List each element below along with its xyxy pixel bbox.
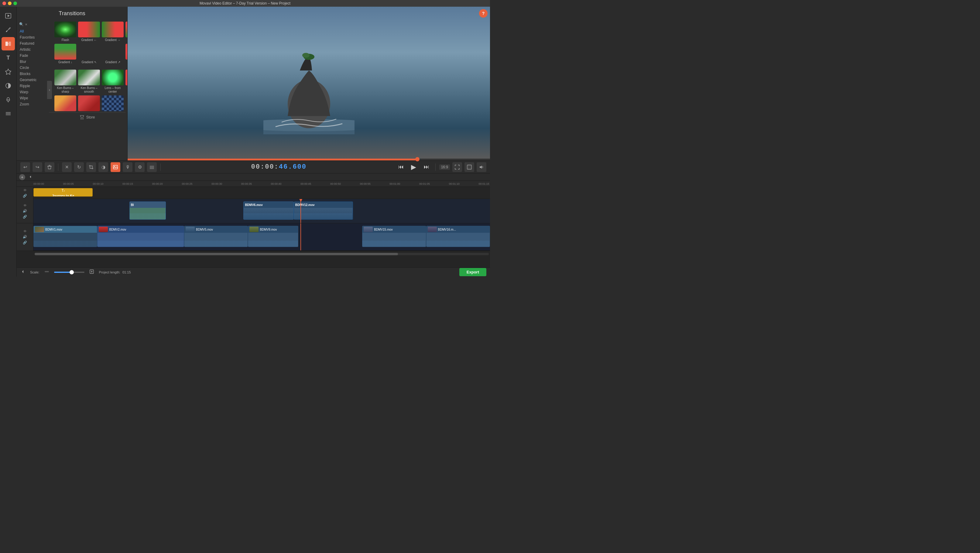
transition-gradient-right[interactable]: Gradient → (102, 22, 124, 42)
transition-gradient-tl[interactable]: Gradient ↖ (78, 44, 100, 68)
timeline-scrollbar-thumb[interactable] (35, 253, 398, 255)
scale-slider[interactable] (54, 272, 84, 273)
ruler-mark-30: 00:00:30 (212, 182, 222, 185)
skip-back-button[interactable]: ⏮ (396, 162, 406, 172)
status-arrow-left[interactable] (21, 269, 25, 275)
clip-bdmv1[interactable]: BDMV1.mov (33, 226, 97, 247)
category-zoom[interactable]: Zoom (17, 101, 47, 107)
export-button[interactable]: Export (459, 268, 486, 276)
clip-journey[interactable]: Tᵣ Journey to Ke (33, 188, 93, 197)
tool-text[interactable]: T (2, 51, 15, 64)
category-blocks[interactable]: Blocks (17, 71, 47, 77)
tool-media[interactable] (2, 9, 15, 22)
store-button[interactable]: Store (49, 112, 126, 122)
maximize-button[interactable] (13, 2, 17, 5)
preview-progress-thumb[interactable] (415, 157, 420, 161)
category-artistic[interactable]: Artistic (17, 46, 47, 53)
clip-bdmv9[interactable]: BDMV9.mov (248, 226, 298, 247)
transition-flash[interactable]: Flash (54, 22, 76, 42)
transition-kb-sharp[interactable]: Ken Burns – sharp (54, 70, 76, 94)
transition-gradient-arrow[interactable]: Gradient ↗ (102, 44, 124, 68)
transition-lens-center[interactable]: Lens – from center (102, 70, 124, 94)
help-button[interactable]: ? (479, 9, 488, 18)
close-button[interactable] (2, 2, 6, 5)
status-bar: Scale: Project length: 01:15 Export (17, 268, 490, 276)
svg-marker-28 (30, 175, 31, 178)
category-warp[interactable]: Warp (17, 89, 47, 95)
overlay-track-lock[interactable]: 🔗 (22, 215, 27, 219)
audio-levels-button[interactable] (147, 162, 157, 172)
image-button[interactable] (111, 162, 120, 172)
category-circle[interactable]: Circle (17, 65, 47, 71)
timeline-scrollbar[interactable] (35, 253, 489, 255)
title-track-content: Tᵣ Journey to Ke (33, 187, 490, 199)
main-track-volume[interactable]: 🔊 (22, 234, 27, 239)
preview-progress-fill (127, 159, 417, 161)
undo-button[interactable]: ↩ (21, 162, 30, 172)
clip-overlay-1[interactable]: Bl (129, 201, 166, 220)
category-geometric[interactable]: Geometric (17, 77, 47, 83)
category-featured[interactable]: Featured (17, 40, 47, 46)
transition-gradient-up[interactable]: Gradient ↑ (126, 22, 127, 42)
transition-flower[interactable] (54, 96, 76, 112)
search-close-icon[interactable]: ✕ (25, 23, 27, 26)
transition-kb-smooth[interactable]: Ken Burns – smooth (78, 70, 100, 94)
redo-button[interactable]: ↪ (32, 162, 42, 172)
settings-button[interactable]: ⚙ (135, 162, 145, 172)
volume-button[interactable] (477, 162, 486, 172)
preview-progress[interactable] (127, 159, 490, 161)
overlay-track-visible[interactable]: 👁 (23, 203, 27, 207)
tool-transitions[interactable] (2, 37, 15, 51)
ruler-mark-50: 00:00:50 (330, 182, 341, 185)
play-button[interactable]: ▶ (409, 162, 419, 172)
minimize-button[interactable] (8, 2, 11, 5)
delete-button[interactable] (45, 162, 54, 172)
window-controls[interactable] (2, 2, 17, 5)
timecode-dynamic: 46.600 (279, 163, 307, 171)
ruler-mark-35: 00:00:35 (241, 182, 252, 185)
category-blur[interactable]: Blur (17, 59, 47, 65)
fit-button[interactable] (465, 162, 474, 172)
category-ripple[interactable]: Ripple (17, 83, 47, 89)
transition-mosaic2[interactable] (102, 96, 124, 112)
scroll-left-arrow[interactable]: ‹ (47, 81, 52, 99)
cut-button[interactable]: ✕ (62, 162, 72, 172)
clip-bdmv15[interactable]: BDMV15.mov (362, 226, 426, 247)
clip-bdmv5[interactable]: BDMV5.mov (184, 226, 248, 247)
category-wipe[interactable]: Wipe (17, 95, 47, 101)
timeline-add-button[interactable]: + (19, 174, 25, 180)
title-track-lock[interactable]: 🔗 (22, 194, 27, 198)
fullscreen-button[interactable] (452, 162, 462, 172)
clip-bdmv2[interactable]: BDMV2.mov (97, 226, 184, 247)
tool-filters[interactable] (2, 65, 15, 78)
clip-overlay-bdmv12[interactable]: BDMV12.mov (294, 201, 353, 220)
separator-3 (435, 164, 436, 171)
tool-color[interactable] (2, 79, 15, 92)
clip-bdmv16[interactable]: BDMV16.m... (426, 226, 490, 247)
skip-forward-button[interactable]: ⏭ (422, 162, 432, 172)
category-favorites[interactable]: Favorites (17, 34, 47, 40)
scale-fit-button[interactable] (45, 269, 49, 275)
transition-lens-arrow[interactable]: Lens ↗ (126, 70, 127, 94)
tool-audio-record[interactable] (2, 93, 15, 106)
main-track-visible[interactable]: 👁 (23, 229, 27, 233)
transition-kb-intense[interactable]: Ken Burns – intense (126, 44, 127, 68)
timeline-scroll-left[interactable] (28, 174, 33, 180)
transition-mosaic1[interactable] (78, 96, 100, 112)
main-track-lock[interactable]: 🔗 (22, 240, 27, 245)
tool-magic[interactable] (2, 23, 15, 37)
category-all[interactable]: All (17, 28, 47, 34)
clip-overlay-bdmv6[interactable]: BDMV6.mov (243, 201, 293, 220)
color-correction-button[interactable]: ◑ (99, 162, 108, 172)
transition-gradient-down[interactable]: Gradient ↓ (54, 44, 76, 68)
tool-levels[interactable] (2, 107, 15, 120)
overlay-track-volume[interactable]: 🔊 (22, 209, 27, 213)
audio-button[interactable]: 🎙 (123, 162, 132, 172)
category-fade[interactable]: Fade (17, 53, 47, 59)
rotate-button[interactable]: ↻ (74, 162, 84, 172)
transition-gradient-left[interactable]: Gradient ← (78, 22, 100, 42)
crop-button[interactable] (86, 162, 96, 172)
title-track-visible[interactable]: 👁 (23, 188, 27, 192)
scale-label: Scale: (30, 271, 40, 274)
scale-fit-view-button[interactable] (89, 269, 94, 275)
